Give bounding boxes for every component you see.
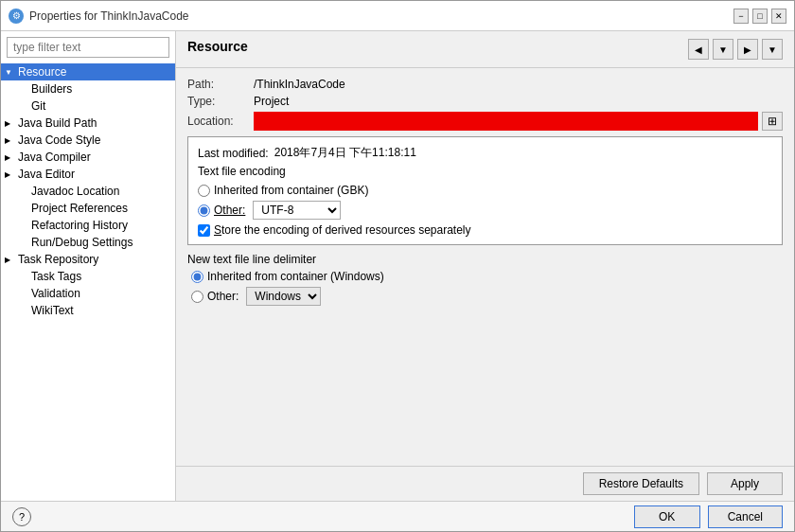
other-label[interactable]: Other: <box>214 204 245 217</box>
store-encoding-label[interactable]: Store the encoding of derived resources … <box>214 223 471 237</box>
delimiter-radio-group: Inherited from container (Windows) Other… <box>191 270 783 306</box>
last-modified-value: 2018年7月4日 下午11:18:11 <box>274 145 416 161</box>
restore-defaults-button[interactable]: Restore Defaults <box>583 472 699 495</box>
panel-title: Resource <box>187 39 248 54</box>
other-radio[interactable] <box>198 204 210 217</box>
sidebar: ▼ResourceBuildersGit▶Java Build Path▶Jav… <box>1 31 176 501</box>
filter-input[interactable] <box>7 37 169 58</box>
store-encoding-row: Store the encoding of derived resources … <box>198 223 772 237</box>
type-row: Type: Project <box>187 95 783 108</box>
last-modified-row: Last modified: 2018年7月4日 下午11:18:11 <box>198 145 772 161</box>
inherited-windows-label[interactable]: Inherited from container (Windows) <box>207 270 384 283</box>
location-bar <box>254 112 758 131</box>
path-value: /ThinkInJavaCode <box>254 78 345 91</box>
main-content: ▼ResourceBuildersGit▶Java Build Path▶Jav… <box>1 31 794 501</box>
sidebar-item-builders[interactable]: Builders <box>1 80 175 98</box>
titlebar-controls: − □ ✕ <box>733 9 786 24</box>
inherited-radio[interactable] <box>198 185 210 197</box>
panel-header: Resource ◀ ▼ ▶ ▼ <box>176 31 794 68</box>
sidebar-item-java-compiler[interactable]: ▶Java Compiler <box>1 149 175 166</box>
last-modified-label: Last modified: <box>198 147 269 160</box>
cancel-button[interactable]: Cancel <box>708 505 783 528</box>
sidebar-item-task-tags[interactable]: Task Tags <box>1 268 175 285</box>
path-row: Path: /ThinkInJavaCode <box>187 78 783 91</box>
other-delimiter-label[interactable]: Other: <box>207 290 238 303</box>
apply-button[interactable]: Apply <box>707 472 783 495</box>
location-row: Location: ⊞ <box>187 112 783 131</box>
inherited-radio-row: Inherited from container (GBK) <box>198 184 772 197</box>
sidebar-item-project-references[interactable]: Project References <box>1 200 175 217</box>
sidebar-item-git[interactable]: Git <box>1 98 175 115</box>
bottom-right-buttons: Restore Defaults Apply <box>583 472 783 495</box>
properties-window: ⚙ Properties for ThinkInJavaCode − □ ✕ ▼… <box>0 0 795 532</box>
type-label: Type: <box>187 95 254 108</box>
inherited-label[interactable]: Inherited from container (GBK) <box>214 184 368 197</box>
window-icon: ⚙ <box>9 9 24 24</box>
bottom-bar: Restore Defaults Apply <box>176 466 794 501</box>
other-delimiter-radio-row: Other: WindowsUnixMac <box>191 287 783 306</box>
inherited-windows-radio-row: Inherited from container (Windows) <box>191 270 783 283</box>
window-title: Properties for ThinkInJavaCode <box>29 9 189 23</box>
sidebar-item-java-code-style[interactable]: ▶Java Code Style <box>1 132 175 149</box>
footer-buttons: OK Cancel <box>634 505 783 528</box>
close-button[interactable]: ✕ <box>771 9 786 24</box>
minimize-button[interactable]: − <box>733 9 749 24</box>
forward-button[interactable]: ▶ <box>737 39 758 60</box>
type-value: Project <box>254 95 289 108</box>
help-button[interactable]: ? <box>12 507 31 526</box>
sidebar-item-wikitext[interactable]: WikiText <box>1 302 175 319</box>
path-label: Path: <box>187 78 254 91</box>
back-dropdown[interactable]: ▼ <box>713 39 733 60</box>
encoding-section-title: Text file encoding <box>198 165 772 178</box>
sidebar-item-java-build-path[interactable]: ▶Java Build Path <box>1 115 175 132</box>
titlebar: ⚙ Properties for ThinkInJavaCode − □ ✕ <box>1 1 794 31</box>
back-button[interactable]: ◀ <box>688 39 709 60</box>
other-radio-row: Other: UTF-8UTF-16ISO-8859-1GBK <box>198 201 772 220</box>
sidebar-item-run/debug-settings[interactable]: Run/Debug Settings <box>1 234 175 251</box>
sidebar-item-resource[interactable]: ▼Resource <box>1 63 175 80</box>
encoding-dropdown[interactable]: UTF-8UTF-16ISO-8859-1GBK <box>253 201 341 220</box>
panel-body: Path: /ThinkInJavaCode Type: Project Loc… <box>176 68 794 466</box>
delimiter-dropdown[interactable]: WindowsUnixMac <box>246 287 321 306</box>
sidebar-item-java-editor[interactable]: ▶Java Editor <box>1 166 175 183</box>
sidebar-tree: ▼ResourceBuildersGit▶Java Build Path▶Jav… <box>1 63 175 501</box>
location-browse-button[interactable]: ⊞ <box>762 112 783 131</box>
sidebar-item-task-repository[interactable]: ▶Task Repository <box>1 251 175 268</box>
panel-nav: ◀ ▼ ▶ ▼ <box>688 39 783 60</box>
delimiter-other-radio[interactable] <box>191 291 203 303</box>
line-delimiter-title: New text file line delimiter <box>187 253 783 266</box>
sidebar-item-refactoring-history[interactable]: Refactoring History <box>1 217 175 234</box>
forward-dropdown[interactable]: ▼ <box>762 39 783 60</box>
maximize-button[interactable]: □ <box>752 9 768 24</box>
titlebar-left: ⚙ Properties for ThinkInJavaCode <box>9 9 189 24</box>
right-panel: Resource ◀ ▼ ▶ ▼ Path: /ThinkInJavaCode <box>176 31 794 501</box>
location-label: Location: <box>187 115 254 128</box>
encoding-radio-group: Inherited from container (GBK) Other: UT… <box>198 184 772 220</box>
sidebar-item-javadoc-location[interactable]: Javadoc Location <box>1 183 175 200</box>
bordered-section: Last modified: 2018年7月4日 下午11:18:11 Text… <box>187 136 783 245</box>
delimiter-inherited-radio[interactable] <box>191 271 203 283</box>
footer: ? OK Cancel <box>1 501 794 531</box>
store-encoding-checkbox[interactable] <box>198 224 210 237</box>
ok-button[interactable]: OK <box>634 505 700 528</box>
sidebar-item-validation[interactable]: Validation <box>1 285 175 302</box>
